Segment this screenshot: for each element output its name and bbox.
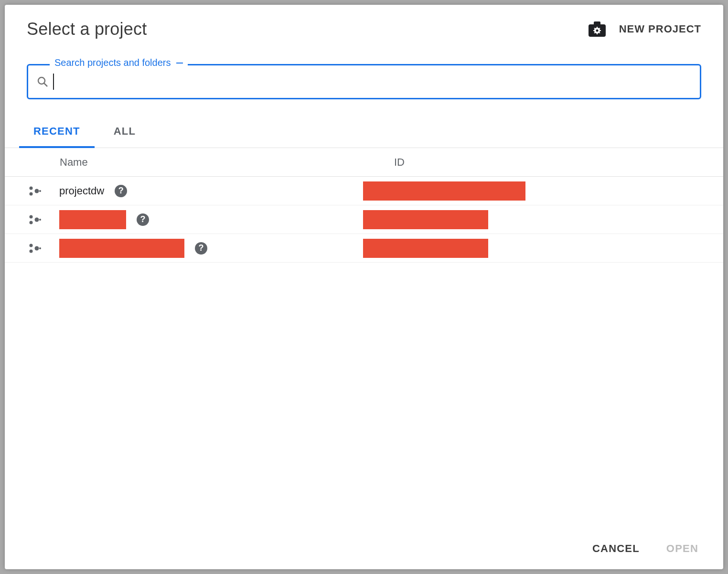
dialog-header: Select a project: [5, 5, 723, 44]
project-name: projectdw: [59, 185, 104, 197]
search-label: Search projects and folders: [50, 57, 188, 68]
select-project-dialog: Select a project: [5, 5, 723, 569]
header-actions: NEW PROJECT: [589, 21, 701, 37]
tab-all[interactable]: ALL: [99, 118, 150, 148]
svg-point-22: [30, 244, 33, 247]
svg-point-14: [30, 186, 33, 190]
col-header-id: ID: [394, 156, 714, 169]
svg-point-12: [38, 77, 45, 84]
help-icon[interactable]: ?: [137, 213, 149, 226]
tab-recent[interactable]: RECENT: [19, 118, 95, 148]
svg-point-3: [596, 30, 598, 32]
redacted-name: [59, 239, 184, 258]
svg-point-21: [39, 219, 41, 221]
svg-point-19: [30, 221, 33, 224]
svg-point-25: [39, 247, 41, 249]
briefcase-gear-icon[interactable]: [589, 21, 606, 37]
svg-line-13: [44, 83, 47, 86]
tabs-bar: RECENT ALL: [5, 118, 723, 148]
project-icon: [29, 186, 45, 196]
new-project-button[interactable]: NEW PROJECT: [619, 23, 701, 35]
table-row[interactable]: ?: [5, 234, 723, 263]
help-icon[interactable]: ?: [195, 242, 207, 255]
table-header: Name ID: [5, 148, 723, 177]
svg-rect-5: [597, 32, 598, 34]
search-box[interactable]: [27, 64, 701, 99]
svg-point-23: [30, 249, 33, 253]
search-icon: [37, 76, 48, 87]
redacted-id: [363, 181, 525, 201]
redacted-name: [59, 210, 126, 229]
search-field-wrapper: Search projects and folders: [27, 64, 701, 99]
table-row[interactable]: ?: [5, 205, 723, 234]
svg-rect-4: [597, 27, 598, 29]
col-header-name: Name: [60, 156, 394, 169]
svg-rect-1: [594, 21, 600, 25]
open-button[interactable]: OPEN: [666, 542, 698, 555]
modal-backdrop: Select a project: [0, 0, 728, 574]
cancel-button[interactable]: CANCEL: [592, 542, 640, 555]
svg-point-15: [30, 192, 33, 195]
search-input[interactable]: [54, 75, 691, 88]
project-icon: [29, 243, 45, 254]
svg-rect-7: [599, 30, 601, 31]
svg-point-18: [30, 215, 33, 218]
redacted-id: [363, 239, 488, 258]
help-icon[interactable]: ?: [115, 185, 127, 197]
projects-table: Name ID projectdw ?: [5, 148, 723, 530]
svg-point-24: [35, 246, 39, 250]
project-icon: [29, 214, 45, 225]
dialog-footer: CANCEL OPEN: [5, 530, 723, 569]
dialog-title: Select a project: [27, 19, 589, 39]
table-row[interactable]: projectdw ?: [5, 177, 723, 205]
svg-point-16: [35, 189, 39, 193]
svg-rect-6: [593, 30, 595, 31]
svg-point-17: [39, 190, 41, 192]
redacted-id: [363, 210, 488, 229]
svg-point-20: [35, 217, 39, 222]
